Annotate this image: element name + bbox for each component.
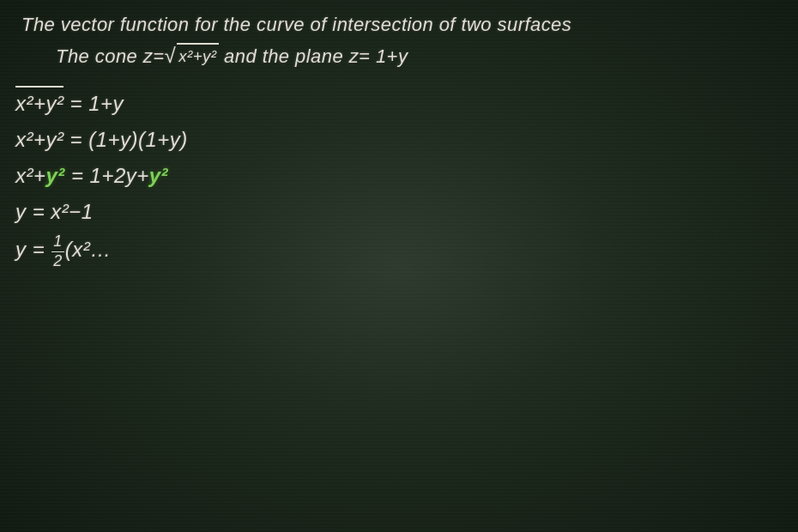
crossed-y2-left: y² [45,160,64,191]
blackboard: The vector function for the curve of int… [0,0,798,532]
sqrt-content: x²+y² [177,43,218,69]
overline-x2y2: x²+y² [15,86,63,119]
continuation-dots: … [90,238,111,261]
equation-5: y = 12(x²… [15,233,789,270]
title-line2: The cone z=√x²+y² and the plane z= 1+y [56,42,789,70]
fraction-half: 12 [51,233,64,270]
fraction-numerator: 1 [51,233,64,252]
title-line1: The vector function for the curve of int… [21,10,789,39]
title-line2-plane-label: and the plane z= 1+y [219,45,408,67]
equation-1: x²+y² = 1+y [15,86,789,119]
equation-4: y = x²−1 [15,196,789,227]
math-equations-block: x²+y² = 1+y x²+y² = (1+y)(1+y) x²+y² = 1… [15,86,789,270]
crossed-y2-right: y² [149,160,168,191]
sqrt-expression: √x²+y² [165,43,219,69]
sqrt-symbol: √ [165,45,177,66]
fraction-denominator: 2 [51,252,64,271]
title-line2-cone-label: The cone z= [56,45,165,67]
equation-3: x²+y² = 1+2y+y² [15,160,789,191]
equation-2: x²+y² = (1+y)(1+y) [15,124,789,155]
